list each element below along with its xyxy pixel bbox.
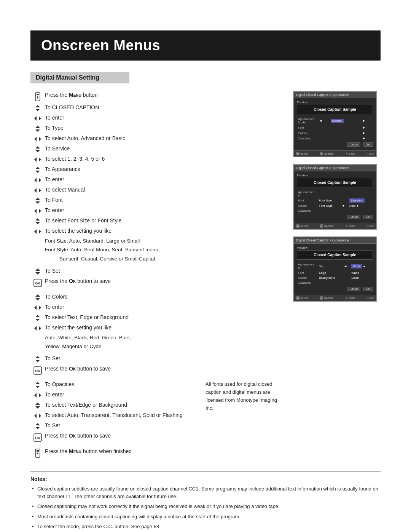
screen-title: Digital Closed Caption > Appearance [294, 237, 376, 244]
table-row: Appearance Mode ◄ Manual ► [297, 117, 373, 125]
list-item: To Font [30, 196, 282, 204]
instruction-text: To select Auto, Transparent, Translucent… [45, 411, 198, 419]
cancel-button[interactable]: Cancel [347, 287, 361, 291]
table-row: Colors Background Black [297, 275, 373, 280]
svg-marker-49 [35, 382, 40, 384]
list-item: OK Press the Ok button to save [30, 277, 282, 288]
svg-marker-41 [35, 315, 40, 317]
left-right-arrow-icon [30, 176, 45, 184]
footer-exit: ○ Exit [367, 224, 374, 228]
footer-operate: ⊙ Operate [320, 296, 333, 300]
left-right-arrow-icon [30, 155, 45, 163]
screen-mockup-2: Digital Closed Caption > Appearance Prev… [293, 164, 377, 230]
opacities-left: To Opacities To enter [30, 380, 198, 460]
left-column: Press the Menu button To CLOSED CAPTION [30, 91, 282, 460]
instruction-text: Press the Ok button to save [45, 432, 198, 440]
svg-marker-34 [35, 272, 40, 275]
section-title: Digital Manual Setting [30, 72, 129, 83]
set-button[interactable]: Set [363, 215, 373, 219]
list-item: To Colors [30, 293, 282, 301]
table-row: Appearance M. [297, 190, 373, 198]
list-item: To select 1, 2, 3, 4, 5 or 6 [30, 155, 282, 163]
screen-footer: ⊕ Select ⊙ Operate ↩ Back ○ Exit [294, 150, 376, 157]
instruction-text: To Font [45, 196, 282, 204]
instruction-text: Press the Menu button when finished [45, 447, 198, 455]
screen-footer: ⊕ Select ⊙ Operate ↩ Back ○ Exit [294, 295, 376, 301]
instruction-text: To Appearance [45, 165, 282, 173]
instruction-text: To Type [45, 124, 282, 132]
left-right-arrow-icon [30, 134, 45, 143]
footer-back: ↩ Back [346, 296, 355, 300]
svg-marker-40 [39, 305, 41, 310]
screen-body: Preview Closed Caption Sample Appearance… [294, 98, 376, 150]
svg-marker-58 [35, 427, 40, 429]
instruction-text: To select Text/Edge or Background [45, 401, 198, 409]
list-item: To select the setting you like [30, 227, 282, 235]
svg-text:OK: OK [35, 436, 40, 440]
list-item: To Appearance [30, 165, 282, 174]
instruction-text: To select the setting you like [45, 227, 282, 235]
font-style-note-cont: Sanserif, Casual, Cursive or Small Capit… [30, 255, 282, 263]
list-item: To select Manual [30, 186, 282, 194]
list-item: To enter [30, 114, 282, 122]
opacities-section: To Opacities To enter [30, 380, 282, 460]
table-row: Font Font Size Standard [297, 198, 373, 203]
up-down-arrow-icon [30, 380, 45, 389]
instruction-text: To select Text, Edge or Background [45, 313, 282, 321]
svg-marker-24 [39, 188, 41, 193]
list-item: Closed captioning may not work correctly… [30, 503, 381, 510]
row-label: Font [297, 125, 318, 130]
screen-footer: ⊕ Select ⊙ Operate ↩ Back ○ Exit [294, 223, 376, 229]
right-column: Digital Closed Caption > Appearance Prev… [293, 91, 381, 460]
up-down-arrow-icon [30, 145, 45, 153]
left-right-arrow-icon [30, 114, 45, 122]
row-label: Appearance M. [297, 262, 318, 270]
ok-button-icon: OK [30, 365, 45, 375]
footer-exit: ○ Exit [367, 152, 374, 155]
instruction-text: To Set [45, 422, 198, 430]
up-down-arrow-icon [30, 267, 45, 275]
instruction-text: To select the setting you like [45, 324, 282, 332]
cancel-button[interactable]: Cancel [347, 215, 361, 219]
instruction-text: To select Font Size or Font Style [45, 217, 282, 225]
svg-marker-28 [39, 209, 41, 213]
page-wrapper: Onscreen Menus Digital Manual Setting [0, 0, 411, 532]
instruction-text: Press the Ok button to save [45, 365, 282, 373]
up-down-arrow-icon [30, 165, 45, 174]
svg-marker-50 [35, 386, 40, 388]
table-row: Font ► [297, 125, 373, 130]
page-title: Onscreen Menus [30, 30, 381, 61]
set-button[interactable]: Set [363, 287, 373, 291]
row-label: Opacities [297, 208, 318, 213]
svg-marker-26 [35, 201, 40, 204]
instruction-text: To Service [45, 145, 282, 153]
screen-mockup-3: Digital Closed Caption > Appearance Prev… [293, 236, 377, 302]
svg-point-63 [37, 453, 38, 454]
table-row: Colors ► [297, 130, 373, 136]
list-item: To select Font Size or Font Style [30, 217, 282, 225]
set-button[interactable]: Set [363, 142, 373, 147]
svg-marker-57 [35, 423, 40, 425]
svg-marker-25 [35, 198, 40, 200]
list-item: To Type [30, 124, 282, 133]
svg-marker-18 [39, 157, 41, 162]
cancel-button[interactable]: Cancel [347, 142, 361, 147]
font-style-note: Font Style: Auto, Serif Mono, Serif, San… [30, 246, 282, 254]
up-down-arrow-icon [30, 124, 45, 133]
list-item: To select Text/Edge or Background [30, 401, 198, 409]
svg-point-2 [37, 96, 38, 98]
left-right-arrow-icon [30, 411, 45, 420]
screen-title: Digital Closed Caption > Appearance [294, 165, 376, 171]
instruction-text: To enter [45, 176, 282, 184]
footer-operate: ⊙ Operate [320, 152, 333, 155]
svg-marker-19 [35, 167, 40, 169]
instruction-text: Press the Ok button to save [45, 277, 282, 285]
row-label: Opacities [297, 280, 318, 285]
up-down-arrow-icon [30, 422, 45, 430]
svg-marker-20 [35, 171, 40, 173]
main-content: Press the Menu button To CLOSED CAPTION [30, 91, 381, 460]
svg-marker-27 [34, 209, 37, 213]
preview-text: Closed Caption Sample [297, 250, 373, 260]
svg-marker-29 [35, 218, 40, 220]
list-item: Most broadcasts containing closed captio… [30, 513, 381, 521]
